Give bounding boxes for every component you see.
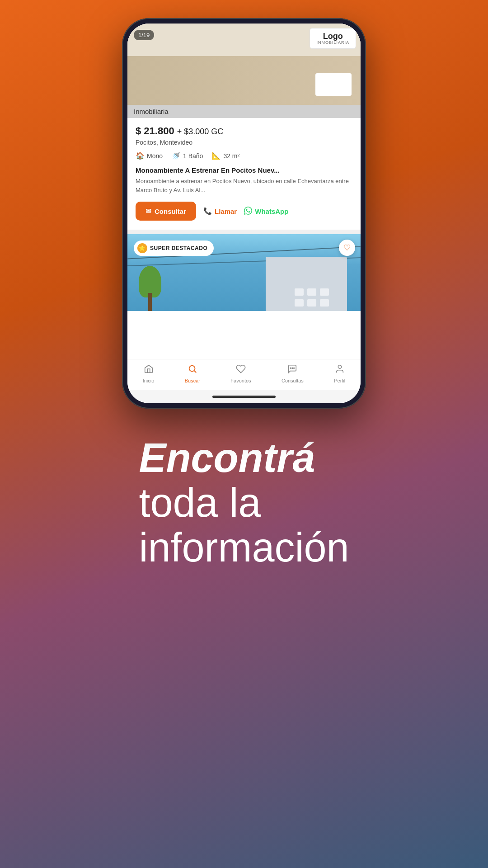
headline-line2: toda la (139, 481, 349, 525)
nav-buscar[interactable]: Buscar (185, 364, 200, 383)
super-destacado-badge: ⭐ SUPER DESTACADO (134, 241, 214, 256)
favoritos-icon (236, 364, 246, 377)
feature-area: 📐 32 m² (212, 151, 239, 160)
whatsapp-icon (244, 207, 252, 216)
feature-banos: 🚿 1 Baño (172, 151, 203, 160)
whatsapp-label: WhatsApp (255, 208, 288, 215)
logo-subtext: INMOBILIARIA (316, 40, 349, 45)
window-6 (320, 299, 329, 307)
consultar-button[interactable]: ✉ Consultar (136, 202, 196, 221)
image-counter: 1/19 (134, 30, 154, 40)
whatsapp-button[interactable]: WhatsApp (244, 207, 288, 216)
tree (136, 266, 164, 311)
buscar-label: Buscar (185, 378, 200, 383)
window-2 (307, 288, 316, 296)
llamar-button[interactable]: 📞 Llamar (203, 207, 237, 215)
feature-type: 🏠 Mono (136, 151, 163, 160)
headline-italic: Encontrá (139, 436, 349, 481)
headline-line3: información (139, 525, 349, 570)
price-line: $ 21.800 + $3.000 GC (136, 125, 352, 137)
bottom-text-section: Encontrá toda la información (103, 436, 385, 570)
tree-trunk (148, 293, 152, 311)
nav-perfil[interactable]: Perfil (334, 364, 345, 383)
agency-logo: Logo INMOBILIARIA (310, 28, 356, 49)
home-indicator (212, 396, 276, 398)
room-furniture (315, 73, 352, 96)
svg-point-0 (189, 366, 195, 372)
mail-icon: ✉ (145, 207, 151, 215)
favorite-button[interactable]: ♡ (339, 240, 355, 256)
property-description: Monoambiente a estrenar en Pocitos Nuevo… (136, 177, 352, 194)
svg-point-1 (292, 368, 293, 368)
svg-point-2 (291, 368, 291, 368)
building-windows (295, 288, 329, 307)
property-card-2: ⭐ SUPER DESTACADO ♡ (127, 234, 361, 359)
window-3 (320, 288, 329, 296)
favoritos-label: Favoritos (230, 378, 251, 383)
feature-banos-label: 1 Baño (183, 152, 203, 160)
home-bar (127, 390, 361, 403)
phone-mockup: 1/19 Logo INMOBILIARIA Inmobiliaria $ 21… (122, 18, 366, 409)
features-line: 🏠 Mono 🚿 1 Baño 📐 32 m² (136, 151, 352, 160)
property-card-1: 1/19 Logo INMOBILIARIA Inmobiliaria $ 21… (127, 24, 361, 230)
card-image: 1/19 Logo INMOBILIARIA (127, 24, 361, 105)
bottom-navigation: Inicio Buscar Favoritos (127, 359, 361, 390)
logo-text: Logo (316, 32, 349, 40)
property-title: Monoambiente A Estrenar En Pocitos Nuev.… (136, 166, 352, 174)
nav-favoritos[interactable]: Favoritos (230, 364, 251, 383)
consultas-label: Consultas (282, 378, 304, 383)
buscar-icon (188, 364, 197, 377)
location: Pocitos, Montevideo (136, 139, 352, 146)
price-gc: + $3.000 GC (177, 127, 224, 136)
home-icon: 🏠 (136, 151, 145, 160)
area-icon: 📐 (212, 151, 221, 160)
agency-label: Inmobiliaria (127, 105, 361, 118)
inicio-icon (144, 364, 154, 377)
badge-text: SUPER DESTACADO (150, 245, 207, 251)
feature-type-label: Mono (147, 152, 163, 160)
svg-point-4 (338, 365, 341, 368)
card-divider (127, 230, 361, 234)
nav-consultas[interactable]: Consultas (282, 364, 304, 383)
consultar-label: Consultar (155, 208, 186, 215)
badge-icon: ⭐ (137, 243, 147, 253)
feature-area-label: 32 m² (223, 152, 239, 160)
window-1 (295, 288, 304, 296)
svg-point-3 (294, 368, 295, 368)
perfil-icon (335, 364, 345, 377)
llamar-label: Llamar (215, 208, 237, 215)
card-body: $ 21.800 + $3.000 GC Pocitos, Montevideo… (127, 118, 361, 230)
building (266, 257, 347, 311)
window-4 (295, 299, 304, 307)
perfil-label: Perfil (334, 378, 345, 383)
price-value: $ 21.800 (136, 125, 174, 137)
phone-screen: 1/19 Logo INMOBILIARIA Inmobiliaria $ 21… (127, 24, 361, 403)
action-buttons: ✉ Consultar 📞 Llamar WhatsApp (136, 202, 352, 221)
window-5 (307, 299, 316, 307)
phone-icon: 📞 (203, 207, 212, 215)
inicio-label: Inicio (143, 378, 155, 383)
card2-image: ⭐ SUPER DESTACADO ♡ (127, 234, 361, 311)
bath-icon: 🚿 (172, 151, 181, 160)
nav-inicio[interactable]: Inicio (143, 364, 155, 383)
consultas-icon (287, 364, 297, 377)
